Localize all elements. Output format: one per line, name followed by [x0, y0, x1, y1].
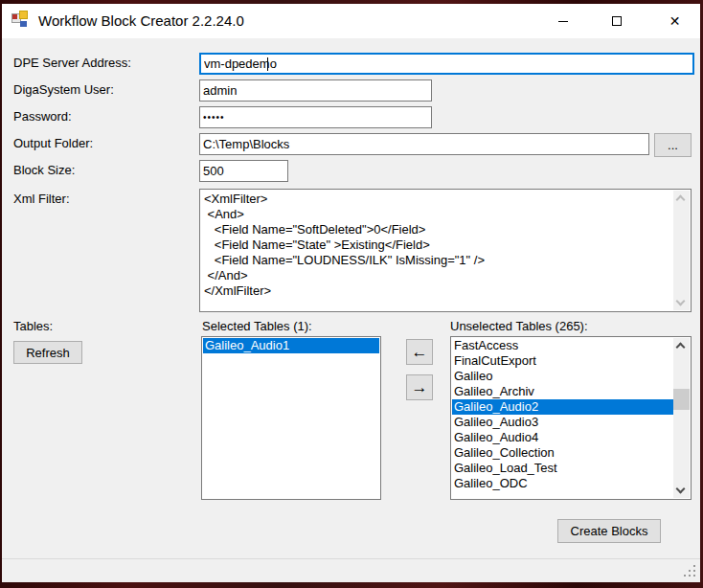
- window-title: Workflow Block Creator 2.2.24.0: [38, 12, 244, 29]
- list-item[interactable]: Galileo_ODC: [452, 476, 673, 491]
- unselected-tables-scrollbar[interactable]: [673, 338, 690, 498]
- output-folder-input[interactable]: [199, 133, 649, 155]
- resize-grip[interactable]: [684, 575, 686, 577]
- scroll-down-icon[interactable]: [676, 297, 686, 306]
- unselected-tables-label: Unselected Tables (265):: [450, 319, 588, 333]
- list-item[interactable]: Galileo_Audio2: [452, 399, 673, 415]
- app-icon-yellow-square: [19, 11, 28, 19]
- list-item[interactable]: FastAccess: [452, 338, 673, 353]
- output-folder-label: Output Folder:: [13, 136, 93, 150]
- list-item[interactable]: Galileo_Audio4: [452, 430, 673, 445]
- app-icon: [11, 11, 29, 28]
- list-item[interactable]: FinalCutExport: [452, 353, 673, 369]
- xml-filter-label: Xml Filter:: [13, 192, 70, 206]
- close-button[interactable]: ✕: [649, 4, 700, 38]
- selected-tables-listbox[interactable]: Galileo_Audio1: [201, 336, 381, 500]
- selected-tables-label: Selected Tables (1):: [202, 319, 312, 333]
- list-item[interactable]: Galileo_Collection: [452, 445, 673, 461]
- scroll-down-icon[interactable]: [676, 485, 686, 494]
- password-label: Password:: [13, 109, 72, 124]
- list-item[interactable]: Galileo: [452, 369, 673, 384]
- close-icon: ✕: [669, 14, 681, 28]
- dpe-server-label: DPE Server Address:: [13, 56, 131, 70]
- xml-filter-textarea[interactable]: <XmlFilter> <And> <Field Name="SoftDelet…: [199, 189, 692, 312]
- list-item[interactable]: Galileo_Load_Test: [452, 461, 673, 476]
- diga-user-label: DigaSystem User:: [13, 82, 114, 97]
- selected-tables-items: Galileo_Audio1: [203, 338, 379, 498]
- arrow-left-icon: ←: [412, 344, 428, 360]
- minimize-button[interactable]: [540, 4, 586, 38]
- statusbar-divider: [2, 558, 700, 559]
- minimize-icon: [558, 21, 568, 22]
- create-blocks-button[interactable]: Create Blocks: [557, 519, 661, 543]
- dpe-server-input[interactable]: [199, 53, 694, 75]
- scrollbar-thumb[interactable]: [673, 389, 690, 410]
- unselected-tables-items: FastAccessFinalCutExportGalileoGalileo_A…: [452, 338, 673, 498]
- move-left-button[interactable]: ←: [406, 339, 433, 365]
- xml-filter-text: <XmlFilter> <And> <Field Name="SoftDelet…: [204, 192, 672, 309]
- maximize-button[interactable]: [594, 4, 640, 38]
- arrow-right-icon: →: [412, 379, 428, 396]
- scroll-up-icon[interactable]: [676, 195, 686, 205]
- list-item[interactable]: Galileo_Audio3: [452, 415, 673, 430]
- block-size-label: Block Size:: [13, 163, 75, 177]
- list-item[interactable]: Galileo_Archiv: [452, 384, 673, 399]
- browse-button[interactable]: ...: [654, 133, 692, 157]
- refresh-button[interactable]: Refresh: [13, 341, 82, 364]
- text-caret: [267, 57, 268, 71]
- scroll-up-icon[interactable]: [676, 343, 686, 352]
- desktop-background: Workflow Block Creator 2.2.24.0 ✕ DPE Se…: [0, 0, 703, 588]
- xml-filter-scrollbar[interactable]: [673, 191, 690, 310]
- list-item[interactable]: Galileo_Audio1: [203, 338, 379, 353]
- tables-label: Tables:: [13, 319, 53, 333]
- maximize-icon: [612, 16, 622, 26]
- password-input[interactable]: [199, 106, 432, 128]
- unselected-tables-listbox[interactable]: FastAccessFinalCutExportGalileoGalileo_A…: [450, 336, 692, 500]
- block-size-input[interactable]: [199, 160, 288, 182]
- app-icon-blue-square: [20, 21, 27, 27]
- diga-user-input[interactable]: [199, 79, 432, 102]
- app-icon-red-square: [12, 14, 17, 19]
- move-right-button[interactable]: →: [406, 374, 433, 400]
